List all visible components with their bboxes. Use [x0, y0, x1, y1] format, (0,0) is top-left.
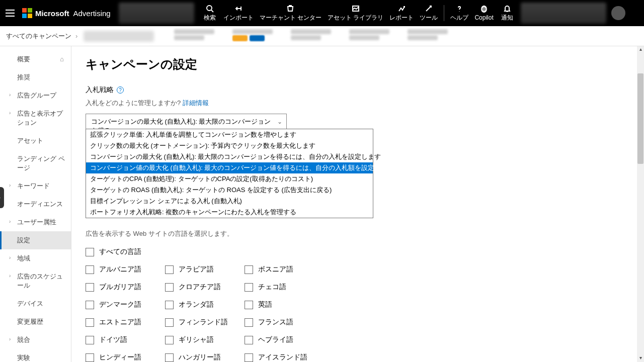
sidebar-flyout-toggle[interactable]: › [0, 187, 4, 208]
tool-label: アセット ライブラリ [328, 14, 383, 22]
tool-merchant[interactable]: マーチャント センター [257, 0, 325, 26]
sidebar-item-landing[interactable]: ランディング ページ [0, 150, 71, 177]
lang-label: ヒンディー語 [99, 353, 141, 362]
bid-option[interactable]: 目標インプレッション シェアによる入札 (自動入札) [86, 196, 373, 207]
checkbox[interactable] [245, 283, 253, 292]
sidebar-item-competition[interactable]: ›競合 [0, 331, 71, 349]
sidebar-item-ads-ext[interactable]: ›広告と表示オプション [0, 105, 71, 132]
lang-item[interactable]: フランス語 [245, 318, 335, 327]
tool-import[interactable]: インポート [220, 0, 257, 26]
checkbox[interactable] [86, 248, 94, 256]
sidebar-item-locations[interactable]: ›地域 [0, 249, 71, 267]
sidebar-item-label: キーワード [17, 182, 50, 190]
tool-copilot[interactable]: Copilot [471, 0, 496, 26]
lang-item[interactable]: デンマーク語 [86, 300, 165, 309]
lang-label: ハンガリー語 [179, 353, 221, 362]
checkbox[interactable] [245, 353, 253, 362]
tool-assets[interactable]: アセット ライブラリ [325, 0, 386, 26]
sidebar-item-audience[interactable]: オーディエンス [0, 195, 71, 213]
lang-item[interactable]: ギリシャ語 [165, 335, 245, 344]
bid-option[interactable]: ターゲットの ROAS (自動入札): ターゲットの ROAS を設定する (広… [86, 185, 373, 196]
lang-label: アイスランド語 [258, 353, 307, 362]
breadcrumb[interactable]: すべてのキャンペーン › [0, 31, 160, 42]
checkbox[interactable] [245, 301, 253, 309]
lang-item[interactable]: アルバニア語 [86, 265, 165, 274]
lang-item[interactable]: ヒンディー語 [86, 353, 165, 362]
bid-option[interactable]: クリック数の最大化 (オートメーション): 予算内でクリック数を最大化します [86, 140, 373, 151]
sidebar-item-experiments[interactable]: 実験 [0, 349, 71, 362]
checkbox[interactable] [86, 301, 94, 309]
checkbox[interactable] [165, 265, 174, 274]
checkbox[interactable] [86, 283, 94, 292]
checkbox[interactable] [245, 318, 253, 327]
lang-item[interactable]: ボスニア語 [245, 265, 335, 274]
chevron-down-icon: ⌄ [277, 118, 282, 125]
bid-strategy-label: 入札戦略 [86, 85, 114, 95]
tool-label: 通知 [501, 14, 513, 22]
lang-item[interactable]: アラビア語 [165, 265, 245, 274]
sidebar-item-keywords[interactable]: ›キーワード [0, 177, 71, 195]
lang-item[interactable]: ハンガリー語 [165, 353, 245, 362]
checkbox[interactable] [165, 318, 174, 327]
avatar[interactable] [611, 6, 625, 20]
tool-help[interactable]: ヘルプ [447, 0, 471, 26]
sidebar-item-settings[interactable]: 設定 [0, 231, 71, 249]
svg-point-2 [481, 6, 487, 12]
sidebar-item-recommend[interactable]: 推奨 [0, 68, 71, 86]
bid-option[interactable]: コンバージョンの最大化 (自動入札): 最大限のコンバージョンを得るには、自分の… [86, 151, 373, 162]
sidebar-item-devices[interactable]: デバイス [0, 295, 71, 313]
checkbox[interactable] [165, 336, 174, 344]
lang-item[interactable]: クロアチア語 [165, 283, 245, 292]
scroll-down-icon[interactable]: ▾ [637, 355, 644, 362]
help-icon[interactable]: ? [117, 86, 124, 94]
bid-option[interactable]: 拡張クリック単価: 入札単価を調整してコンバージョン数を増やします [86, 129, 373, 140]
checkbox[interactable] [86, 265, 94, 274]
checkbox[interactable] [86, 336, 94, 344]
sidebar-item-changes[interactable]: 変更履歴 [0, 313, 71, 331]
lang-item[interactable]: アイスランド語 [245, 353, 335, 362]
lang-item[interactable]: オランダ語 [165, 300, 245, 309]
account-selector[interactable] [119, 3, 194, 24]
lang-all[interactable]: すべての言語 [86, 247, 165, 256]
brand[interactable]: Microsoft Advertising [20, 8, 116, 18]
user-info[interactable] [521, 3, 606, 24]
top-navbar: Microsoft Advertising 検索 インポート マーチャント セン… [0, 0, 644, 26]
sidebar-item-adgroups[interactable]: ›広告グループ [0, 86, 71, 105]
bid-option[interactable]: ポートフォリオ入札戦略: 複数のキャンペーンにわたる入札を管理する [86, 207, 373, 218]
checkbox[interactable] [165, 353, 174, 362]
tool-search[interactable]: 検索 [199, 0, 220, 26]
lang-item[interactable]: ヘブライ語 [245, 335, 335, 344]
checkbox[interactable] [86, 318, 94, 327]
checkbox[interactable] [165, 283, 174, 292]
scrollbar[interactable]: ▴ ▾ [637, 46, 644, 362]
sidebar-item-user-attr[interactable]: ›ユーザー属性 [0, 213, 71, 231]
tool-tools[interactable]: ツール [417, 0, 441, 26]
scroll-thumb[interactable] [637, 73, 643, 164]
lang-item[interactable]: フィンランド語 [165, 318, 245, 327]
chevron-right-icon: › [9, 336, 11, 342]
sidebar-item-overview[interactable]: 概要 ⌂ [0, 50, 71, 68]
bid-option[interactable]: コンバージョン値の最大化 (自動入札): 最大のコンバージョン値を得るには、自分… [86, 162, 373, 173]
checkbox[interactable] [245, 336, 253, 344]
chevron-right-icon: › [75, 32, 77, 40]
lang-item[interactable]: チェコ語 [245, 283, 335, 292]
tool-label: Copilot [474, 14, 493, 21]
checkbox[interactable] [86, 353, 94, 362]
lang-label: ドイツ語 [99, 335, 127, 344]
chevron-right-icon: › [9, 110, 11, 116]
sidebar-item-assets[interactable]: アセット [0, 132, 71, 150]
tool-report[interactable]: レポート [386, 0, 417, 26]
checkbox[interactable] [165, 301, 174, 309]
svg-point-3 [483, 6, 485, 12]
bid-more-link[interactable]: 詳細情報 [183, 99, 209, 107]
lang-item[interactable]: エストニア語 [86, 318, 165, 327]
checkbox[interactable] [245, 265, 253, 274]
sidebar-item-schedule[interactable]: ›広告のスケジュール [0, 267, 71, 295]
lang-item[interactable]: ブルガリア語 [86, 283, 165, 292]
tool-notify[interactable]: 通知 [497, 0, 518, 26]
lang-item[interactable]: 英語 [245, 300, 335, 309]
lang-item[interactable]: ドイツ語 [86, 335, 165, 344]
scroll-up-icon[interactable]: ▴ [637, 46, 644, 53]
menu-icon[interactable] [0, 0, 20, 26]
bid-option[interactable]: ターゲットのCPA (自動処理): ターゲットのCPAの設定(取得あたりのコスト… [86, 173, 373, 185]
